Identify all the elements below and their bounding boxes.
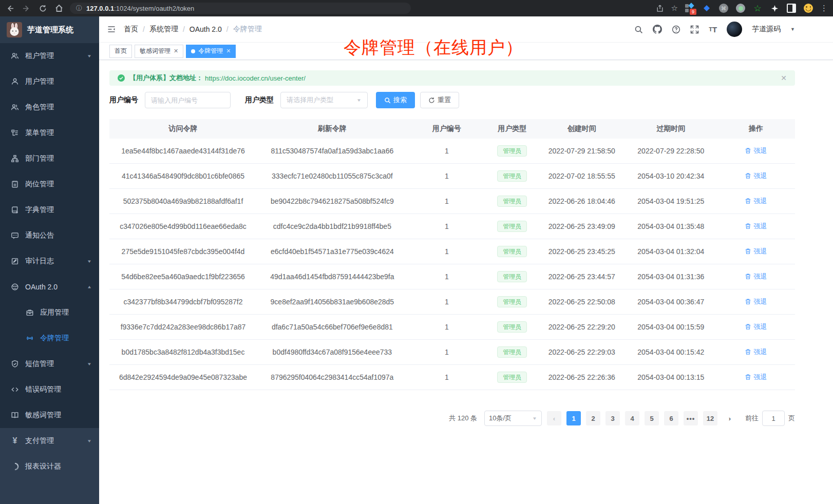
forward-icon[interactable]: [22, 4, 31, 13]
sidebar-item-label: 部门管理: [25, 154, 54, 163]
tab-close-icon[interactable]: ✕: [226, 48, 231, 54]
page-button-12[interactable]: 12: [703, 411, 717, 425]
browser-menu-icon[interactable]: ⋮: [820, 4, 828, 13]
access-token-cell: 1ea5e44f8bc1467aaede43144f31de76: [109, 139, 257, 164]
page-button-2[interactable]: 2: [586, 411, 600, 425]
address-bar[interactable]: ⓘ 127.0.0.1:1024/system/oauth2/token: [70, 3, 411, 14]
extension-sidepanel-icon[interactable]: [786, 3, 797, 13]
force-logout-button[interactable]: 强退: [745, 373, 767, 382]
sidebar-item-notice[interactable]: 通知公告: [0, 223, 99, 248]
force-logout-button[interactable]: 强退: [745, 222, 767, 231]
share-icon[interactable]: [655, 4, 665, 13]
user-name[interactable]: 芋道源码: [752, 25, 781, 34]
force-logout-button[interactable]: 强退: [745, 171, 767, 181]
search-button-label: 搜索: [393, 95, 407, 105]
table-row: 41c41346a548490f9dc8b01c6bfe0865333ecfc7…: [109, 164, 795, 189]
tab-令牌管理[interactable]: 令牌管理✕: [186, 45, 236, 58]
next-page-button[interactable]: ›: [723, 411, 737, 425]
fullscreen-icon[interactable]: [690, 25, 699, 34]
breadcrumb-separator: /: [143, 25, 145, 33]
expire-time-cell: 2054-03-04 01:31:36: [625, 264, 717, 289]
user-id-label: 用户编号: [109, 95, 138, 105]
sidebar-fold-icon[interactable]: [107, 25, 116, 33]
extension-grid-icon[interactable]: 9: [685, 3, 695, 13]
create-time-cell: 2022-07-29 21:58:50: [539, 139, 625, 164]
table-row: f9336e7c7dd242a283ee98dc86b17a87dfa6c71a…: [109, 315, 795, 340]
tab-首页[interactable]: 首页: [109, 45, 132, 58]
sidebar-item-label: 敏感词管理: [25, 411, 61, 420]
sidebar-item-oauth2-token[interactable]: 令牌管理: [0, 325, 99, 351]
page-button-5[interactable]: 5: [645, 411, 659, 425]
bookmark-star-icon[interactable]: ☆: [671, 4, 678, 13]
alert-close-icon[interactable]: ✕: [781, 74, 787, 82]
table-row: 502375b8040a469a9b82188afdf6af1fbe90422b…: [109, 189, 795, 214]
github-icon[interactable]: [653, 25, 662, 34]
trash-icon: [745, 223, 751, 229]
help-icon[interactable]: [672, 25, 680, 34]
extension-record-icon[interactable]: [735, 3, 746, 13]
sidebar-item-label: 短信管理: [25, 359, 54, 369]
page-button-6[interactable]: 6: [664, 411, 678, 425]
force-logout-button[interactable]: 强退: [745, 322, 767, 332]
force-logout-button[interactable]: 强退: [745, 347, 767, 357]
chevron-down-icon[interactable]: ▼: [790, 27, 795, 32]
breadcrumb-item[interactable]: 首页: [124, 25, 138, 34]
sidebar-item-oauth2-app[interactable]: 应用管理: [0, 300, 99, 325]
tab-敏感词管理[interactable]: 敏感词管理✕: [135, 45, 183, 58]
tab-close-icon[interactable]: ✕: [174, 48, 178, 54]
sidebar-item-pay[interactable]: ¥支付管理▼: [0, 428, 99, 454]
sidebar-item-report-designer[interactable]: 报表设计器: [0, 454, 99, 479]
breadcrumb-item[interactable]: 系统管理: [149, 25, 178, 34]
extension-gem-icon[interactable]: [702, 3, 712, 13]
reset-button[interactable]: 重置: [420, 92, 459, 108]
force-logout-button[interactable]: 强退: [745, 272, 767, 281]
alert-doc-link[interactable]: https://doc.iocoder.cn/user-center/: [205, 74, 306, 82]
page-button-3[interactable]: 3: [605, 411, 620, 425]
reload-icon[interactable]: [38, 4, 47, 13]
home-icon[interactable]: [54, 4, 64, 13]
sidebar-item-menu[interactable]: 菜单管理: [0, 120, 99, 146]
sidebar-item-post[interactable]: 岗位管理: [0, 171, 99, 197]
sidebar-item-tenant[interactable]: 租户管理▼: [0, 43, 99, 69]
sidebar-item-errcode[interactable]: 错误码管理: [0, 377, 99, 402]
user-type-tag: 管理员: [497, 271, 527, 282]
page-size-select[interactable]: 10条/页 ▼: [484, 411, 542, 426]
force-logout-button[interactable]: 强退: [745, 297, 767, 306]
app-logo-row[interactable]: 芋道管理系统: [0, 16, 99, 43]
breadcrumb-item[interactable]: OAuth 2.0: [190, 25, 222, 33]
search-button[interactable]: 搜索: [376, 92, 415, 108]
extension-pin-icon[interactable]: [769, 3, 780, 13]
sidebar-item-sensitive-word[interactable]: 敏感词管理: [0, 402, 99, 428]
sidebar-item-dept[interactable]: 部门管理: [0, 146, 99, 171]
sidebar-item-sms[interactable]: 短信管理▼: [0, 351, 99, 377]
force-logout-button[interactable]: 强退: [745, 247, 767, 256]
force-logout-button[interactable]: 强退: [745, 146, 767, 156]
force-logout-button[interactable]: 强退: [745, 197, 767, 206]
sidebar-item-oauth2[interactable]: OAuth 2.0▼: [0, 274, 99, 300]
profile-emoji-icon[interactable]: [803, 3, 813, 13]
user-id-input[interactable]: [145, 92, 231, 108]
font-size-icon[interactable]: TT: [709, 25, 717, 34]
user-id-cell: 1: [408, 214, 486, 239]
page-button-4[interactable]: 4: [625, 411, 639, 425]
site-info-icon[interactable]: ⓘ: [76, 4, 82, 13]
back-icon[interactable]: [5, 4, 14, 13]
audit-log-icon: [10, 257, 20, 265]
menu-tree-icon: [10, 129, 20, 137]
sidebar-item-audit[interactable]: 审计日志▼: [0, 248, 99, 274]
sidebar-item-dict[interactable]: 字典管理: [0, 197, 99, 223]
extension-command-icon[interactable]: ⌘: [718, 3, 729, 13]
goto-page-input[interactable]: [762, 411, 785, 426]
search-icon[interactable]: [634, 25, 643, 34]
avatar[interactable]: [727, 22, 742, 37]
extension-star-icon[interactable]: ☆: [752, 3, 763, 13]
create-time-cell: 2022-06-25 22:50:08: [539, 289, 625, 315]
sidebar-item-user[interactable]: 用户管理: [0, 69, 99, 94]
table-row: c342377bf8b344799dcbf7bf095287f29ce8ef2a…: [109, 289, 795, 315]
trash-icon: [745, 172, 751, 179]
extension-badge: 9: [690, 9, 696, 15]
sidebar-item-role[interactable]: 角色管理: [0, 94, 99, 120]
prev-page-button[interactable]: ‹: [547, 411, 561, 425]
user-type-select[interactable]: 请选择用户类型 ▼: [280, 92, 368, 108]
page-button-1[interactable]: 1: [566, 411, 581, 425]
